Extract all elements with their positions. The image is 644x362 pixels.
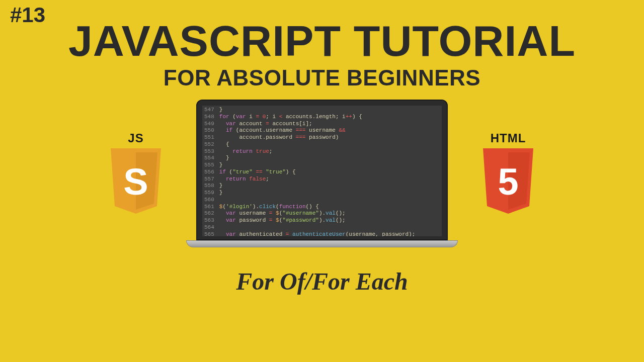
code-screen: 5475485495505515525535545555565575585595…: [202, 106, 442, 236]
svg-text:S: S: [123, 161, 148, 203]
html-shield-icon: 5: [478, 148, 538, 216]
laptop-base: [186, 240, 458, 247]
title-block: JAVASCRIPT TUTORIAL FOR ABSOLUTE BEGINNE…: [0, 0, 644, 90]
topic-title: For Of/For Each: [0, 267, 644, 295]
episode-number: #13: [10, 3, 45, 27]
line-gutter: 5475485495505515525535545555565575585595…: [202, 106, 217, 236]
html-badge-label: HTML: [491, 131, 526, 145]
js-badge: JS S: [106, 131, 166, 216]
subtitle: FOR ABSOLUTE BEGINNERS: [0, 65, 644, 90]
main-title: JAVASCRIPT TUTORIAL: [0, 19, 644, 62]
laptop-bezel: 5475485495505515525535545555565575585595…: [196, 100, 448, 240]
html-badge: HTML 5: [478, 131, 538, 216]
js-badge-label: JS: [128, 131, 143, 145]
js-shield-icon: S: [106, 148, 166, 216]
laptop-illustration: 5475485495505515525535545555565575585595…: [196, 100, 448, 247]
svg-text:5: 5: [498, 161, 518, 203]
code-content: }for (var i = 0; i < accounts.length; i+…: [217, 106, 418, 236]
middle-row: JS S 54754854955055155255355455555655755…: [0, 100, 644, 247]
